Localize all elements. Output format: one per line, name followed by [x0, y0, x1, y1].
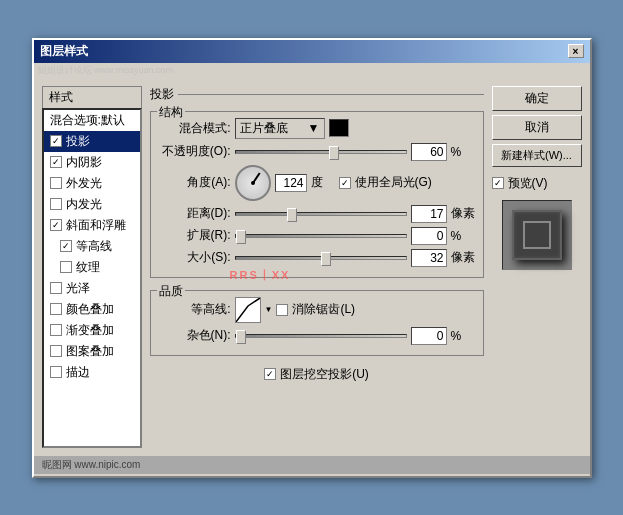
angle-input[interactable]	[275, 174, 307, 192]
preview-inner-box	[523, 221, 551, 249]
anti-alias-row: 消除锯齿(L)	[276, 301, 355, 318]
distance-slider-thumb[interactable]	[287, 208, 297, 222]
size-slider-thumb[interactable]	[321, 252, 331, 266]
innershadow-checkbox[interactable]	[50, 156, 62, 168]
texture-checkbox[interactable]	[60, 261, 72, 273]
sidebar-item-innershadow[interactable]: 内阴影	[44, 152, 140, 173]
noise-slider-thumb[interactable]	[236, 330, 246, 344]
opacity-slider-thumb[interactable]	[329, 146, 339, 160]
satin-label: 光泽	[66, 280, 90, 297]
satin-checkbox[interactable]	[50, 282, 62, 294]
stroke-label: 描边	[66, 364, 90, 381]
contour-checkbox[interactable]	[60, 240, 72, 252]
section-title: 投影	[150, 86, 484, 103]
sidebar-item-stroke[interactable]: 描边	[44, 362, 140, 383]
angle-dial[interactable]	[235, 165, 271, 201]
stroke-checkbox[interactable]	[50, 366, 62, 378]
blend-mode-label: 混合模式:	[159, 120, 231, 137]
left-panel: 样式 混合选项:默认 投影 内阴影 外发光	[42, 86, 142, 448]
sidebar-item-innerglow[interactable]: 内发光	[44, 194, 140, 215]
sidebar-item-dropshadow[interactable]: 投影	[44, 131, 140, 152]
dropdown-arrow-contour-icon: ▼	[265, 305, 273, 314]
noise-slider[interactable]	[235, 334, 407, 338]
sidebar-item-texture[interactable]: 纹理	[44, 257, 140, 278]
sidebar-item-gradientoverlay[interactable]: 渐变叠加	[44, 320, 140, 341]
quality-group: 品质 等高线: ▼ 消除锯齿(L)	[150, 290, 484, 356]
sidebar-item-contour[interactable]: 等高线	[44, 236, 140, 257]
spread-input[interactable]	[411, 227, 447, 245]
size-slider-container	[235, 256, 407, 260]
sidebar-item-coloroverlay[interactable]: 颜色叠加	[44, 299, 140, 320]
angle-label: 角度(A):	[159, 174, 231, 191]
bevel-label: 斜面和浮雕	[66, 217, 126, 234]
anti-alias-checkbox[interactable]	[276, 304, 288, 316]
global-light-row: 使用全局光(G)	[339, 174, 432, 191]
sidebar-item-bevel[interactable]: 斜面和浮雕	[44, 215, 140, 236]
opacity-label: 不透明度(O):	[159, 143, 231, 160]
size-row: 大小(S): 像素	[159, 249, 475, 267]
layer-knockout-checkbox[interactable]	[264, 368, 276, 380]
preview-checkbox[interactable]	[492, 177, 504, 189]
sidebar-item-blend[interactable]: 混合选项:默认	[44, 110, 140, 131]
contour-row: 等高线: ▼ 消除锯齿(L)	[159, 297, 475, 323]
patternoverlay-checkbox[interactable]	[50, 345, 62, 357]
noise-unit: %	[451, 329, 475, 343]
blend-label: 混合选项:默认	[50, 112, 125, 129]
opacity-slider[interactable]	[235, 150, 407, 154]
new-style-button[interactable]: 新建样式(W)...	[492, 144, 582, 167]
logo-text: 姐姐设计论坛 www.missyuan.com	[34, 63, 590, 78]
sidebar-item-patternoverlay[interactable]: 图案叠加	[44, 341, 140, 362]
spread-slider[interactable]	[235, 234, 407, 238]
layer-style-dialog: 图层样式 × 姐姐设计论坛 www.missyuan.com 样式 混合选项:默…	[32, 38, 592, 478]
preview-area	[502, 200, 572, 270]
right-panel: 确定 取消 新建样式(W)... 预览(V)	[492, 86, 582, 448]
anti-alias-label: 消除锯齿(L)	[292, 301, 355, 318]
spread-slider-container	[235, 234, 407, 238]
distance-input[interactable]	[411, 205, 447, 223]
ok-button[interactable]: 确定	[492, 86, 582, 111]
gradientoverlay-checkbox[interactable]	[50, 324, 62, 336]
coloroverlay-label: 颜色叠加	[66, 301, 114, 318]
preview-label: 预览(V)	[508, 175, 548, 192]
noise-label: 杂色(N):	[159, 327, 231, 344]
styles-label: 样式	[42, 86, 142, 108]
dropshadow-label: 投影	[66, 133, 90, 150]
spread-row: 扩展(R): %	[159, 227, 475, 245]
cancel-button[interactable]: 取消	[492, 115, 582, 140]
distance-slider[interactable]	[235, 212, 407, 216]
contour-preview[interactable]	[235, 297, 261, 323]
coloroverlay-checkbox[interactable]	[50, 303, 62, 315]
dropdown-arrow-icon: ▼	[308, 121, 320, 135]
angle-center-dot	[251, 181, 255, 185]
title-bar: 图层样式 ×	[34, 40, 590, 63]
preview-row: 预览(V)	[492, 175, 582, 192]
spread-unit: %	[451, 229, 475, 243]
spread-slider-thumb[interactable]	[236, 230, 246, 244]
angle-row: 角度(A): 度 使用全局光(G)	[159, 165, 475, 201]
dropshadow-checkbox[interactable]	[50, 135, 62, 147]
styles-list: 混合选项:默认 投影 内阴影 外发光 内发光	[42, 108, 142, 448]
patternoverlay-label: 图案叠加	[66, 343, 114, 360]
sidebar-item-outerglow[interactable]: 外发光	[44, 173, 140, 194]
blend-mode-row: 混合模式: 正片叠底 ▼	[159, 118, 475, 139]
contour-label: 等高线	[76, 238, 112, 255]
distance-slider-container	[235, 212, 407, 216]
outerglow-checkbox[interactable]	[50, 177, 62, 189]
innershadow-label: 内阴影	[66, 154, 102, 171]
size-unit: 像素	[451, 249, 475, 266]
dialog-title: 图层样式	[40, 43, 88, 60]
blend-mode-select[interactable]: 正片叠底 ▼	[235, 118, 325, 139]
size-input[interactable]	[411, 249, 447, 267]
close-button[interactable]: ×	[568, 44, 584, 58]
size-slider[interactable]	[235, 256, 407, 260]
shadow-color-swatch[interactable]	[329, 119, 349, 137]
distance-label: 距离(D):	[159, 205, 231, 222]
noise-input[interactable]	[411, 327, 447, 345]
global-light-checkbox[interactable]	[339, 177, 351, 189]
sidebar-item-satin[interactable]: 光泽	[44, 278, 140, 299]
bevel-checkbox[interactable]	[50, 219, 62, 231]
preview-inner	[512, 210, 562, 260]
spread-label: 扩展(R):	[159, 227, 231, 244]
innerglow-checkbox[interactable]	[50, 198, 62, 210]
opacity-input[interactable]	[411, 143, 447, 161]
